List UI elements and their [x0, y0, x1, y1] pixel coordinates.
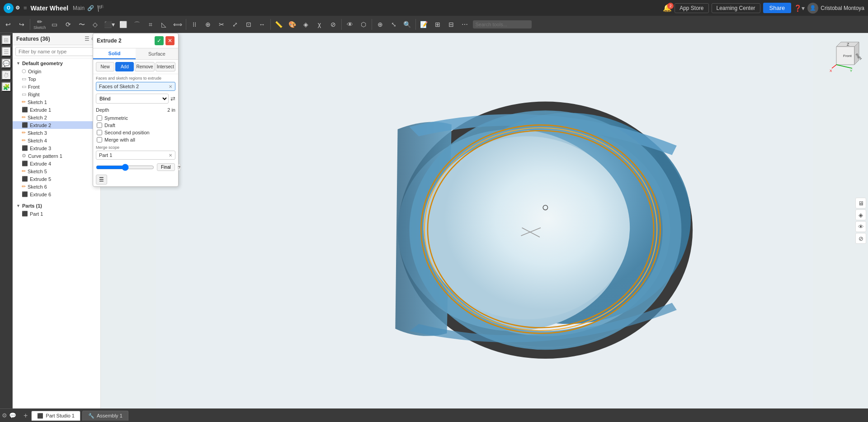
- section-cut-icon[interactable]: ⊘: [855, 233, 866, 244]
- parts-icon[interactable]: 🧩: [1, 82, 11, 92]
- parts-section[interactable]: ▼ Parts (1): [13, 202, 100, 210]
- display-state-icon[interactable]: 🖥: [855, 198, 866, 209]
- tree-item-right[interactable]: ▭ Right: [13, 90, 100, 98]
- material-button[interactable]: ◈: [300, 17, 312, 32]
- logo[interactable]: O ⚙: [4, 3, 20, 13]
- merge-scope-box[interactable]: Part 1 ✕: [96, 151, 175, 160]
- boolean-button[interactable]: ⊕: [202, 17, 214, 32]
- fit-button[interactable]: ⤡: [387, 17, 400, 32]
- add-tab-button[interactable]: +: [22, 412, 29, 420]
- tree-item-sketch3[interactable]: ✏ Sketch 3: [13, 129, 100, 137]
- final-button[interactable]: Final: [157, 163, 175, 171]
- tree-item-extrude1[interactable]: ⬛ Extrude 1: [13, 106, 100, 114]
- dialog-help-button[interactable]: ?: [178, 164, 181, 171]
- render-mode-icon[interactable]: ◈: [855, 209, 866, 220]
- op-new-button[interactable]: New: [96, 62, 114, 71]
- zoom-button[interactable]: 🔍: [401, 17, 414, 32]
- learning-center-button[interactable]: Learning Center: [712, 3, 760, 13]
- face-selector[interactable]: Faces of Sketch 2 ✕: [96, 82, 175, 91]
- op-add-button[interactable]: Add: [115, 62, 134, 71]
- share-button[interactable]: Share: [763, 3, 792, 13]
- merge-all-checkbox[interactable]: [97, 137, 102, 142]
- history-icon[interactable]: ⏱: [1, 70, 11, 80]
- tree-item-sketch2[interactable]: ✏ Sketch 2: [13, 114, 100, 121]
- undo-button[interactable]: ↩: [2, 17, 14, 32]
- loft-button[interactable]: ◇: [89, 17, 102, 32]
- shell-button[interactable]: ⬜: [117, 17, 130, 32]
- sketch-button[interactable]: ✏ Sketch: [32, 17, 47, 32]
- redo-button[interactable]: ↪: [15, 17, 28, 32]
- draft-button[interactable]: ◺: [158, 17, 170, 32]
- assembly-tab[interactable]: 🔧 Assembly 1: [82, 411, 128, 421]
- list-icon-button[interactable]: ☰: [96, 175, 107, 185]
- symmetric-checkbox[interactable]: [97, 115, 102, 121]
- default-geometry-section[interactable]: ▼ Default geometry: [13, 59, 100, 67]
- end-type-select[interactable]: Blind Through all Symmetric Up to vertex…: [96, 94, 169, 104]
- fillet-button[interactable]: ⌒: [131, 17, 143, 32]
- measure-button[interactable]: 📏: [273, 17, 285, 32]
- second-end-label[interactable]: Second end position: [104, 130, 150, 135]
- extrude-cancel-button[interactable]: ✕: [165, 36, 175, 45]
- help-button[interactable]: ❓▾: [794, 5, 805, 12]
- chamfer-button[interactable]: ⌗: [144, 17, 157, 32]
- tree-item-front[interactable]: ▭ Front: [13, 83, 100, 90]
- draft-checkbox[interactable]: [97, 123, 102, 128]
- orientation-cube[interactable]: Z Front Right X Y: [827, 38, 863, 74]
- hide-show-icon[interactable]: 👁: [855, 221, 866, 232]
- draft-label[interactable]: Draft: [104, 123, 115, 128]
- tab-solid[interactable]: Solid: [93, 48, 136, 59]
- mirror-button[interactable]: ⟺: [171, 17, 184, 32]
- bottom-comment-icon[interactable]: 💬: [9, 412, 16, 419]
- user-menu[interactable]: 👤 Cristobal Montoya: [807, 3, 864, 14]
- hide-button[interactable]: 👁: [344, 17, 356, 32]
- tree-item-extrude3[interactable]: ⬛ Extrude 3: [13, 144, 100, 152]
- tree-item-sketch1[interactable]: ✏ Sketch 1: [13, 98, 100, 106]
- tree-item-part1[interactable]: ⬛ Part 1: [13, 210, 100, 218]
- search-tools-input[interactable]: [473, 20, 532, 28]
- part-studio-tab[interactable]: ⬛ Part Studio 1: [31, 411, 80, 421]
- insert-button[interactable]: ⊞: [431, 17, 444, 32]
- progress-slider[interactable]: [96, 164, 154, 171]
- app-store-button[interactable]: App Store: [675, 3, 708, 13]
- tree-item-extrude6[interactable]: ⬛ Extrude 6: [13, 190, 100, 198]
- more-tools-button[interactable]: ⋯: [458, 17, 471, 32]
- extrude-ok-button[interactable]: ✓: [155, 36, 164, 45]
- notification-button[interactable]: 🔔 2: [663, 4, 672, 12]
- note-button[interactable]: 📝: [418, 17, 430, 32]
- features-icon[interactable]: ⊞: [1, 35, 11, 45]
- tree-item-sketch4[interactable]: ✏ Sketch 4: [13, 137, 100, 144]
- op-intersect-button[interactable]: Intersect: [156, 62, 175, 71]
- merge-all-label[interactable]: Merge with all: [104, 137, 135, 142]
- move-button[interactable]: ⤢: [229, 17, 241, 32]
- flip-button[interactable]: ⇄: [170, 95, 175, 102]
- pattern-button[interactable]: ⁞⁞: [188, 17, 201, 32]
- tree-item-extrude5[interactable]: ⬛ Extrude 5: [13, 175, 100, 183]
- tree-item-sketch5[interactable]: ✏ Sketch 5: [13, 167, 100, 175]
- bottom-settings-icon[interactable]: ⚙: [2, 412, 7, 419]
- merge-scope-clear-icon[interactable]: ✕: [169, 153, 172, 158]
- second-end-checkbox[interactable]: [97, 130, 102, 135]
- extrude-dd-button[interactable]: ⬛▾: [103, 17, 116, 32]
- revolve-button[interactable]: ⟳: [62, 17, 75, 32]
- selector-clear-icon[interactable]: ✕: [169, 84, 172, 89]
- variables-button[interactable]: χ: [313, 17, 326, 32]
- tree-item-sketch6[interactable]: ✏ Sketch 6: [13, 183, 100, 190]
- appearance-button[interactable]: 🎨: [286, 17, 299, 32]
- render-button[interactable]: ⬡: [357, 17, 370, 32]
- symmetric-label[interactable]: Symmetric: [104, 115, 128, 121]
- center-button[interactable]: ⊕: [374, 17, 387, 32]
- filter-input[interactable]: [15, 47, 98, 56]
- sweep-button[interactable]: 〜: [75, 17, 88, 32]
- comments-icon[interactable]: 💬: [1, 58, 11, 68]
- section-view-button[interactable]: ⊘: [327, 17, 340, 32]
- tree-item-curve-pattern[interactable]: ⚙ Curve pattern 1: [13, 152, 100, 160]
- viewport[interactable]: Z Front Right X Y 🖥 ◈ 👁 ⊘: [101, 33, 868, 408]
- tree-item-extrude2[interactable]: ⬛ Extrude 2: [13, 121, 100, 129]
- transform-button[interactable]: ↔: [256, 17, 269, 32]
- construct-button[interactable]: ⊟: [445, 17, 458, 32]
- feature-list-icon[interactable]: ☰: [85, 36, 90, 42]
- op-remove-button[interactable]: Remove: [135, 62, 154, 71]
- tree-item-origin[interactable]: ⬡ Origin: [13, 67, 100, 75]
- filter-icon[interactable]: ☰: [1, 47, 11, 57]
- tab-surface[interactable]: Surface: [136, 48, 178, 59]
